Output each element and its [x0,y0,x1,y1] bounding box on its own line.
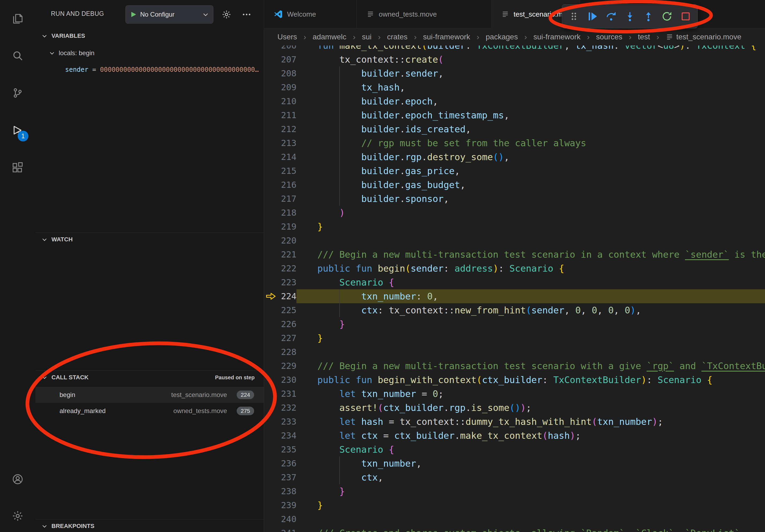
code-line[interactable]: 208 builder.sender, [264,67,765,80]
stack-frame-begin[interactable]: begintest_scenario.move224 [35,387,264,403]
line-number[interactable]: 241 [275,528,297,532]
tab-owned_tests.move[interactable]: owned_tests.move [357,0,491,28]
breadcrumb-item[interactable]: crates [387,33,407,41]
account-icon[interactable] [10,472,25,487]
line-number[interactable]: 221 [275,249,297,260]
code-line[interactable]: 234 let ctx = ctx_builder.make_tx_contex… [264,428,765,442]
line-number[interactable]: 216 [275,180,297,190]
line-number[interactable]: 233 [275,416,297,427]
line-number[interactable]: 237 [275,472,297,482]
line-number[interactable]: 215 [275,166,297,176]
line-number[interactable]: 227 [275,333,297,343]
breadcrumb-item[interactable]: Users [278,33,297,41]
breadcrumb-item[interactable]: packages [486,33,518,41]
restart-icon[interactable] [660,10,674,23]
debug-config-dropdown[interactable]: No Configur [125,5,213,24]
code-line[interactable]: 228 [264,345,765,359]
code-line[interactable]: 214 builder.rgp.destroy_some(), [264,150,765,164]
breadcrumb-item[interactable]: sui-framework [423,33,470,41]
stack-frame-already_marked[interactable]: already_markedowned_tests.move275 [35,403,264,419]
breadcrumb-item[interactable]: sui-framework [533,33,581,41]
more-actions-icon[interactable] [240,8,253,21]
code-line[interactable]: 222public fun begin(sender: address): Sc… [264,261,765,275]
tab-Welcome[interactable]: Welcome [264,0,357,28]
call-stack-section-header[interactable]: CALL STACK Paused on step [35,372,264,383]
variables-section-header[interactable]: VARIABLES [35,30,264,42]
code-line[interactable]: 226 } [264,317,765,331]
line-number[interactable]: 225 [275,305,297,315]
variables-scope-row[interactable]: locals: begin [49,47,94,59]
code-line[interactable]: 220 [264,234,765,247]
line-number[interactable]: 222 [275,263,297,274]
code-line[interactable]: 209 tx_hash, [264,80,765,94]
line-number[interactable]: 235 [275,444,297,454]
settings-gear-icon[interactable] [10,508,25,523]
code-line[interactable]: 218 ) [264,206,765,220]
start-debug-icon[interactable] [130,11,137,18]
step-into-icon[interactable] [623,10,637,23]
code-line[interactable]: 224 txn_number: 0, [264,289,765,303]
step-over-icon[interactable] [604,10,618,23]
line-number[interactable]: 208 [275,68,297,79]
code-line[interactable]: 229/// Begin a new multi-transaction tes… [264,359,765,373]
line-number[interactable]: 232 [275,402,297,413]
code-line[interactable]: 232 assert!(ctx_builder.rgp.is_some()); [264,401,765,415]
breadcrumb-item[interactable]: sui [362,33,372,41]
debug-settings-gear-icon[interactable] [220,8,233,21]
breadcrumb-item[interactable]: test [638,33,650,41]
watch-section-header[interactable]: WATCH [35,234,264,245]
breakpoints-section-header[interactable]: BREAKPOINTS [35,520,264,532]
code-line[interactable]: 210 builder.epoch, [264,94,765,108]
continue-icon[interactable] [586,10,599,23]
breadcrumb-item[interactable]: adamwelc [313,33,346,41]
toolbar-gripper-icon[interactable] [567,10,581,23]
line-number[interactable]: 238 [275,486,297,496]
line-number[interactable]: 210 [275,96,297,106]
line-number[interactable]: 218 [275,208,297,218]
explorer-icon[interactable] [10,11,25,26]
line-number[interactable]: 226 [275,319,297,329]
source-control-icon[interactable] [10,86,25,101]
line-number[interactable]: 209 [275,82,297,93]
code-line[interactable]: 238 } [264,484,765,498]
stop-icon[interactable] [679,10,692,23]
breadcrumb-item[interactable]: test_scenario.move [666,33,741,41]
line-number[interactable]: 214 [275,152,297,162]
line-number[interactable]: 239 [275,500,297,510]
line-number[interactable]: 206 [275,46,297,51]
variable-row[interactable]: sender = 0000000000000000000000000000000… [65,64,262,76]
code-line[interactable]: 236 txn_number, [264,456,765,470]
code-line[interactable]: 219} [264,220,765,234]
code-line[interactable]: 221/// Begin a new multi-transaction tes… [264,247,765,261]
code-editor[interactable]: 206fun make_tx_context(builder: TxContex… [264,46,765,532]
code-line[interactable]: 227} [264,331,765,345]
code-line[interactable]: 215 builder.gas_price, [264,164,765,178]
line-number[interactable]: 217 [275,194,297,204]
line-number[interactable]: 224 [275,291,297,301]
line-number[interactable]: 234 [275,430,297,441]
code-line[interactable]: 223 Scenario { [264,275,765,289]
code-line[interactable]: 217 builder.sponsor, [264,192,765,206]
code-line[interactable]: 212 builder.ids_created, [264,122,765,136]
line-number[interactable]: 236 [275,458,297,468]
line-number[interactable]: 230 [275,375,297,385]
code-line[interactable]: 230public fun begin_with_context(ctx_bui… [264,373,765,387]
breadcrumb-item[interactable]: sources [596,33,622,41]
line-number[interactable]: 228 [275,347,297,357]
code-line[interactable]: 235 Scenario { [264,442,765,456]
code-line[interactable]: 213 // rgp must be set from the caller a… [264,136,765,150]
code-line[interactable]: 241/// Creates and shares system objects… [264,526,765,532]
line-number[interactable]: 213 [275,138,297,148]
code-line[interactable]: 216 builder.gas_budget, [264,178,765,192]
code-line[interactable]: 225 ctx: tx_context::new_from_hint(sende… [264,303,765,317]
line-number[interactable]: 223 [275,277,297,287]
line-number[interactable]: 212 [275,124,297,134]
extensions-icon[interactable] [10,160,25,175]
code-line[interactable]: 240 [264,512,765,526]
line-number[interactable]: 231 [275,389,297,399]
code-line[interactable]: 237 ctx, [264,470,765,484]
code-line[interactable]: 206fun make_tx_context(builder: TxContex… [264,46,765,53]
code-line[interactable]: 239} [264,498,765,512]
code-line[interactable]: 231 let txn_number = 0; [264,387,765,401]
code-line[interactable]: 211 builder.epoch_timestamp_ms, [264,108,765,122]
